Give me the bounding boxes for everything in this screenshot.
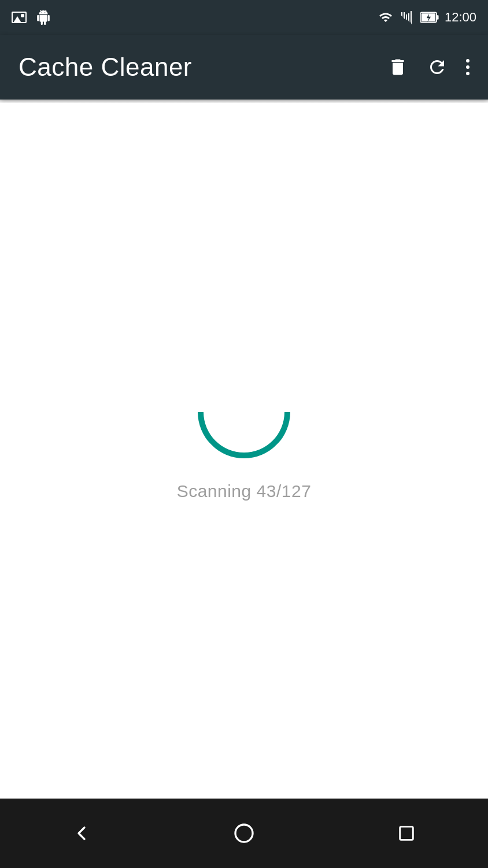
more-options-button[interactable] <box>466 57 469 78</box>
delete-button[interactable] <box>387 57 408 78</box>
wifi-icon <box>376 10 395 24</box>
svg-rect-1 <box>437 15 439 19</box>
svg-rect-5 <box>400 827 413 840</box>
back-button[interactable] <box>58 810 105 856</box>
scanning-container: Scanning 43/127 <box>177 366 312 501</box>
loading-spinner <box>179 347 309 477</box>
recents-button[interactable] <box>383 810 430 856</box>
app-bar-actions <box>387 57 469 78</box>
scanning-status-text: Scanning 43/127 <box>177 481 312 501</box>
android-icon <box>36 10 51 25</box>
signal-icon <box>400 10 416 24</box>
status-time: 12:00 <box>445 10 476 25</box>
image-icon <box>12 12 27 23</box>
nav-bar <box>0 799 488 868</box>
status-bar-left <box>12 10 51 25</box>
main-content: Scanning 43/127 <box>0 103 488 799</box>
svg-point-4 <box>235 825 253 842</box>
home-button[interactable] <box>221 810 267 856</box>
app-title: Cache Cleaner <box>19 53 192 82</box>
status-bar-right: 12:00 <box>376 10 476 25</box>
status-bar: 12:00 <box>0 0 488 35</box>
battery-icon <box>420 10 440 24</box>
refresh-button[interactable] <box>427 57 448 78</box>
app-bar: Cache Cleaner <box>0 35 488 100</box>
spinner-wrapper <box>198 366 290 458</box>
